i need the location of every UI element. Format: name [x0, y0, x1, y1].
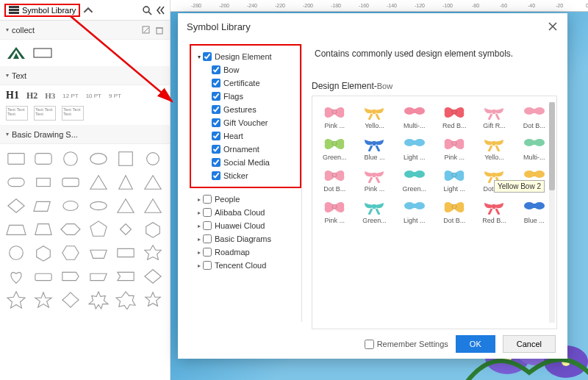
- shape-item[interactable]: [32, 172, 55, 193]
- shape-item[interactable]: [114, 148, 137, 169]
- tree-other[interactable]: ▸Roadmap: [190, 245, 301, 259]
- checkbox[interactable]: [212, 65, 220, 74]
- section-collect[interactable]: ▾ collect: [0, 21, 170, 40]
- symbol-thumb[interactable]: Blue ...: [517, 197, 552, 224]
- symbol-thumb[interactable]: Multi-...: [397, 102, 432, 129]
- shape-item[interactable]: [114, 266, 137, 287]
- symbol-thumb[interactable]: Green...: [317, 134, 352, 161]
- shape-item[interactable]: [87, 172, 110, 193]
- symbol-thumb[interactable]: Pink ...: [437, 134, 472, 161]
- tree-child[interactable]: Certificate: [194, 76, 297, 90]
- shape-item[interactable]: [4, 172, 28, 193]
- pt12[interactable]: 12 PT: [62, 93, 78, 99]
- shape-item[interactable]: [4, 196, 28, 216]
- checkbox[interactable]: [203, 248, 212, 257]
- collect-rect-icon[interactable]: [32, 46, 53, 60]
- symbol-thumb[interactable]: Dot B...: [437, 197, 472, 224]
- checkbox[interactable]: [212, 145, 220, 154]
- checkbox[interactable]: [212, 171, 220, 180]
- shape-item[interactable]: [32, 243, 55, 263]
- shape-item[interactable]: [114, 219, 137, 240]
- shape-item[interactable]: [141, 266, 165, 287]
- symbol-thumb[interactable]: Red B...: [476, 197, 512, 224]
- remember-settings[interactable]: Remember Settings: [365, 340, 448, 349]
- symbol-thumb[interactable]: Multi-...: [517, 134, 552, 161]
- tree-other[interactable]: ▸Basic Diagrams: [190, 232, 301, 245]
- symbol-thumb[interactable]: Red B...: [437, 102, 472, 129]
- symbol-thumb[interactable]: Pink ...: [317, 197, 352, 224]
- symbol-thumb[interactable]: Green...: [356, 197, 392, 224]
- shape-item[interactable]: [141, 243, 165, 263]
- checkbox[interactable]: [212, 158, 220, 167]
- close-icon[interactable]: [547, 21, 559, 32]
- tree-other[interactable]: ▸Alibaba Cloud: [190, 206, 301, 219]
- shape-item[interactable]: [87, 290, 110, 310]
- shape-item[interactable]: [4, 266, 28, 287]
- ok-button[interactable]: OK: [456, 335, 495, 353]
- symbol-thumb[interactable]: Pink ...: [317, 102, 352, 129]
- shape-item[interactable]: [59, 290, 82, 310]
- symbol-thumb[interactable]: Dot B...: [517, 102, 552, 129]
- checkbox[interactable]: [212, 105, 220, 114]
- search-icon[interactable]: [142, 5, 152, 15]
- shape-item[interactable]: [114, 172, 137, 193]
- tree-child[interactable]: Gestures: [194, 103, 297, 116]
- symbol-thumb[interactable]: Gift R...: [476, 102, 512, 129]
- shape-item[interactable]: [141, 196, 165, 216]
- text-block[interactable]: Text Text Text: [62, 106, 84, 121]
- collect-triangle-icon[interactable]: [6, 46, 26, 60]
- symbol-thumb[interactable]: Light ...: [397, 134, 432, 161]
- shape-item[interactable]: [141, 148, 165, 169]
- shape-item[interactable]: [87, 148, 110, 169]
- shape-item[interactable]: [87, 196, 110, 216]
- shape-item[interactable]: [114, 243, 137, 263]
- shape-item[interactable]: [4, 290, 28, 310]
- tree-child[interactable]: Ornament: [194, 143, 297, 156]
- symbol-thumb[interactable]: Dot B...: [317, 165, 352, 193]
- h2-style[interactable]: H2: [26, 90, 37, 101]
- shape-item[interactable]: [59, 266, 82, 287]
- symbol-thumb[interactable]: Yello...: [476, 134, 512, 161]
- symbol-thumb[interactable]: Green...: [397, 165, 432, 193]
- tree-child[interactable]: Heart: [194, 129, 297, 143]
- symbol-thumb[interactable]: Pink ...: [356, 165, 392, 193]
- shape-item[interactable]: [4, 148, 28, 169]
- text-block[interactable]: Text Text Text: [34, 106, 56, 121]
- shape-item[interactable]: [59, 219, 82, 240]
- shape-item[interactable]: [32, 266, 55, 287]
- shape-item[interactable]: [59, 148, 82, 169]
- shape-item[interactable]: [114, 196, 137, 216]
- shape-item[interactable]: [4, 243, 28, 263]
- shape-item[interactable]: [141, 290, 165, 310]
- chevron-up-icon[interactable]: [83, 5, 93, 15]
- shape-item[interactable]: [87, 266, 110, 287]
- shape-item[interactable]: [114, 290, 137, 310]
- shape-item[interactable]: [87, 243, 110, 263]
- pt9[interactable]: 9 PT: [109, 93, 121, 99]
- cancel-button[interactable]: Cancel: [503, 335, 556, 353]
- tree-other[interactable]: ▸People: [190, 193, 301, 206]
- tree-child[interactable]: Bow: [194, 63, 297, 76]
- section-shapes[interactable]: ▾ Basic Drawing S...: [0, 125, 170, 144]
- remember-checkbox[interactable]: [365, 340, 374, 349]
- tree-other[interactable]: ▸Huawei Cloud: [190, 219, 301, 232]
- text-block[interactable]: Text Text Text: [6, 106, 28, 121]
- shape-item[interactable]: [32, 219, 55, 240]
- tree-child[interactable]: Social Media: [194, 156, 297, 169]
- checkbox[interactable]: [203, 221, 212, 230]
- shape-item[interactable]: [59, 243, 82, 263]
- delete-icon[interactable]: [155, 26, 164, 35]
- shape-item[interactable]: [59, 196, 82, 216]
- h1-style[interactable]: H1: [6, 90, 19, 101]
- tree-child[interactable]: Sticker: [194, 169, 297, 182]
- tree-root-design-element[interactable]: ▾ Design Element: [194, 50, 297, 63]
- edit-icon[interactable]: [142, 26, 151, 35]
- checkbox[interactable]: [212, 79, 220, 87]
- pt10[interactable]: 10 PT: [86, 93, 101, 99]
- scrollbar[interactable]: [549, 102, 555, 323]
- shape-item[interactable]: [59, 172, 82, 193]
- tree-child[interactable]: Flags: [194, 90, 297, 103]
- shape-item[interactable]: [141, 219, 165, 240]
- symbol-thumb[interactable]: Yello...: [356, 102, 392, 129]
- checkbox[interactable]: [203, 195, 212, 204]
